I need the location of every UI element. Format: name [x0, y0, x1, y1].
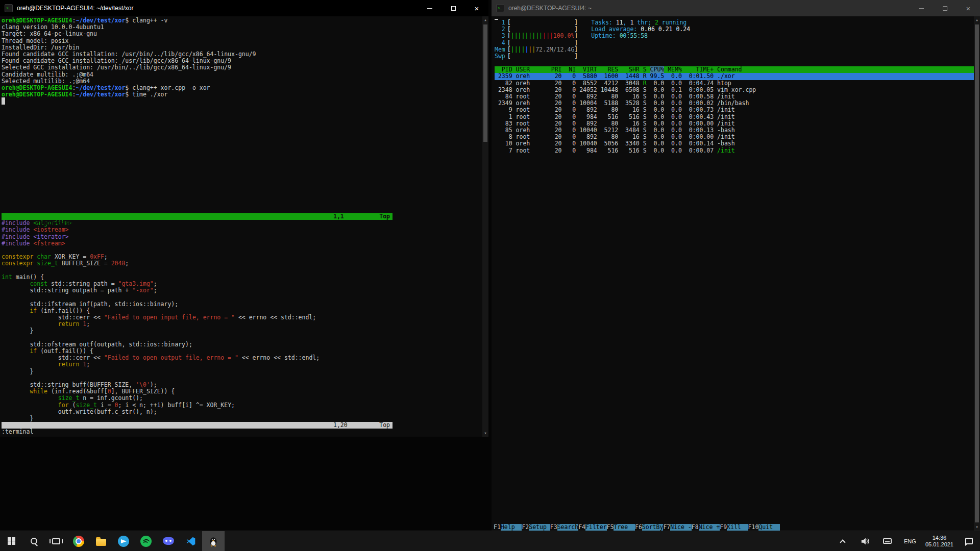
- terminal-app-icon: >_: [496, 4, 504, 12]
- htop-meter-swp: Swp[0K/4.00G]: [495, 53, 578, 60]
- fkey-f4[interactable]: F4Filter: [578, 524, 606, 531]
- terminal-line: [2, 267, 393, 274]
- fkey-f1[interactable]: F1Help: [494, 524, 522, 531]
- taskbar-spotify-button[interactable]: [135, 531, 157, 551]
- taskbar-linux-terminal-button[interactable]: [202, 531, 225, 551]
- volume-icon: [861, 537, 870, 545]
- process-row-pid-2348[interactable]: 2348oreh20024052104486508S0.00.10:00.05v…: [495, 87, 974, 93]
- left-console[interactable]: oreh@DESKTOP-AGESUI4:~/dev/test/xor$ cla…: [0, 16, 488, 437]
- windows-logo-icon: [8, 537, 15, 545]
- hidden-icons-button[interactable]: [831, 531, 854, 551]
- chrome-icon: [73, 536, 84, 547]
- scroll-down-icon[interactable]: ▼: [974, 523, 980, 531]
- taskbar-chrome-button[interactable]: [67, 531, 90, 551]
- column-header-ni[interactable]: NI: [565, 66, 576, 73]
- column-header-pri[interactable]: PRI: [551, 66, 562, 73]
- notification-icon: [965, 538, 973, 544]
- maximize-button[interactable]: [933, 0, 957, 16]
- process-row-pid-1[interactable]: 1root200984516516S0.00.00:00.43/init: [495, 114, 974, 120]
- minimize-button[interactable]: [910, 0, 933, 16]
- column-header-command[interactable]: Command: [717, 66, 974, 73]
- fkey-f10[interactable]: F10Quit: [748, 524, 780, 531]
- column-header-pid[interactable]: PID: [495, 66, 512, 73]
- process-row-pid-2349[interactable]: 2349oreh2001000451883528S0.00.00:00.02/b…: [495, 100, 974, 107]
- left-terminal-window: >_ oreh@DESKTOP-AGESUI4: ~/dev/test/xor …: [0, 0, 488, 437]
- task-view-button[interactable]: [45, 531, 67, 551]
- touch-keyboard-button[interactable]: [876, 531, 899, 551]
- vim-area: oreh@DESKTOP-AGESUI4:~/dev/test/xor$ cla…: [2, 17, 393, 436]
- close-button[interactable]: ×: [465, 0, 488, 16]
- vim-statusline-file: xor.cpp 1,20 Top: [2, 422, 393, 429]
- column-header-user[interactable]: USER: [516, 66, 548, 73]
- scrollbar-thumb[interactable]: [483, 24, 487, 142]
- process-row-pid-83[interactable]: 83root2008928016S0.00.00:00.00/init: [495, 120, 974, 127]
- fkey-f6[interactable]: F6SortBy: [635, 524, 663, 531]
- process-row-pid-7[interactable]: 7root200984516516S0.00.00:00.07/init: [495, 147, 974, 154]
- language-label: ENG: [904, 538, 916, 544]
- column-header-s[interactable]: S: [643, 66, 647, 73]
- terminal-line: #include <fstream>: [2, 240, 393, 247]
- fkey-f8[interactable]: F8Nice +: [692, 524, 720, 531]
- taskbar-clock[interactable]: 14:36 05.01.2021: [921, 531, 958, 551]
- close-button[interactable]: ×: [957, 0, 980, 16]
- process-row-pid-82[interactable]: 82oreh200855242123048R0.00.00:04.74htop: [495, 80, 974, 87]
- taskbar-vscode-button[interactable]: [180, 531, 202, 551]
- bash-output: oreh@DESKTOP-AGESUI4:~/dev/test/xor$ cla…: [2, 17, 393, 105]
- clock-time: 14:36: [933, 535, 947, 541]
- spotify-icon: [140, 536, 152, 547]
- column-header-time[interactable]: TIME+: [685, 66, 714, 73]
- taskbar-search-button[interactable]: [22, 531, 45, 551]
- maximize-icon: [943, 6, 947, 11]
- scroll-up-icon[interactable]: ▲: [974, 16, 980, 23]
- process-row-pid-2359[interactable]: 2359oreh200588016001448R99.50.00:01.50./…: [495, 73, 974, 80]
- taskbar-telegram-button[interactable]: [112, 531, 135, 551]
- column-header-mem[interactable]: MEM%: [668, 66, 682, 73]
- terminal-line: }: [2, 328, 393, 334]
- language-indicator[interactable]: ENG: [899, 531, 921, 551]
- taskbar-discord-button[interactable]: [157, 531, 180, 551]
- volume-button[interactable]: [854, 531, 876, 551]
- process-row-pid-85[interactable]: 85oreh2001004052123484S0.00.00:00.13-bas…: [495, 127, 974, 134]
- taskbar: ENG 14:36 05.01.2021: [0, 531, 980, 551]
- bash-terminal-pane[interactable]: oreh@DESKTOP-AGESUI4:~/dev/test/xor$ cla…: [2, 17, 393, 213]
- process-row-pid-10[interactable]: 10oreh2001004050563340S0.00.00:00.14-bas…: [495, 140, 974, 147]
- scrollbar-thumb[interactable]: [975, 24, 979, 522]
- column-header-shr[interactable]: SHR: [622, 66, 640, 73]
- process-row-pid-8[interactable]: 8root2008928016S0.00.00:00.00/init: [495, 134, 974, 140]
- maximize-button[interactable]: [442, 0, 465, 16]
- terminal-line: std::string outpath = path + "-xor";: [2, 287, 393, 294]
- scroll-up-icon[interactable]: ▲: [482, 16, 488, 23]
- start-button[interactable]: [0, 531, 22, 551]
- scroll-down-icon[interactable]: ▼: [482, 430, 488, 437]
- column-header-virt[interactable]: VIRT: [579, 66, 597, 73]
- action-center-button[interactable]: [958, 531, 980, 551]
- cursor-position: 1,20: [333, 422, 348, 429]
- column-header-res[interactable]: RES: [601, 66, 619, 73]
- process-row-pid-84[interactable]: 84root2008928016S0.00.00:00.58/init: [495, 93, 974, 100]
- fkey-f9[interactable]: F9Kill: [720, 524, 748, 531]
- fkey-f2[interactable]: F2Setup: [522, 524, 550, 531]
- close-icon: ×: [966, 5, 971, 12]
- scroll-indicator: Top: [379, 422, 390, 429]
- left-window-scrollbar[interactable]: ▲ ▼: [482, 16, 488, 437]
- fkey-f7[interactable]: F7Nice -: [663, 524, 691, 531]
- terminal-line: constexpr size_t BUFFER_SIZE = 2048;: [2, 260, 393, 267]
- terminal-line: outf.write(buff.c_str(), n);: [2, 409, 393, 415]
- search-icon: [30, 537, 38, 545]
- htop-summary: Tasks: 11, 1 thr; 2 runningLoad average:…: [591, 19, 690, 60]
- code-buffer: #include <algorithm>#include <iostream>#…: [2, 220, 393, 422]
- htop-console[interactable]: 1[0.7%]2[0.7%]3[||||||||||||100.0%]4[0.0…: [492, 16, 980, 531]
- close-icon: ×: [475, 5, 479, 12]
- taskbar-file-explorer-button[interactable]: [90, 531, 112, 551]
- left-window-titlebar[interactable]: >_ oreh@DESKTOP-AGESUI4: ~/dev/test/xor …: [0, 0, 488, 16]
- right-window-titlebar[interactable]: >_ oreh@DESKTOP-AGESUI4: ~ ×: [492, 0, 980, 16]
- right-window-scrollbar[interactable]: ▲ ▼: [974, 16, 980, 531]
- file-name: xor.cpp: [37, 428, 61, 435]
- process-row-pid-9[interactable]: 9root2008928016S0.00.00:00.73/init: [495, 107, 974, 113]
- fkey-f5[interactable]: F5Tree: [607, 524, 635, 531]
- minimize-button[interactable]: [418, 0, 442, 16]
- vim-code-pane[interactable]: #include <algorithm>#include <iostream>#…: [2, 220, 393, 422]
- column-header-cpu[interactable]: CPU%: [650, 66, 665, 73]
- process-table-rows: 2359oreh200588016001448R99.50.00:01.50./…: [495, 73, 974, 154]
- fkey-f3[interactable]: F3Search: [550, 524, 578, 531]
